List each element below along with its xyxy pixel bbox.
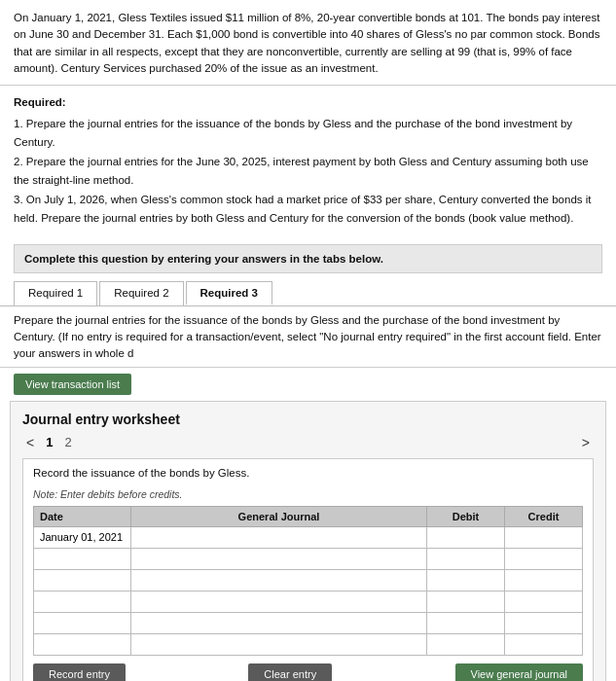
row6-gj[interactable] (131, 633, 427, 655)
table-row (34, 569, 583, 591)
tab-required-2[interactable]: Required 2 (99, 281, 183, 305)
row5-date[interactable] (34, 612, 131, 633)
clear-entry-button[interactable]: Clear entry (248, 663, 332, 681)
row4-debit-input[interactable] (433, 595, 498, 607)
row1-credit[interactable] (505, 526, 583, 548)
prev-page-arrow[interactable]: < (22, 435, 38, 450)
row3-credit[interactable] (505, 569, 583, 591)
worksheet-container: Journal entry worksheet < 1 2 > Record t… (10, 401, 606, 681)
row2-credit-input[interactable] (511, 553, 576, 564)
row3-debit-input[interactable] (433, 574, 498, 586)
row6-date-input[interactable] (40, 638, 125, 650)
row1-date[interactable] (34, 526, 131, 548)
row5-date-input[interactable] (40, 617, 125, 628)
tab-required-1[interactable]: Required 1 (14, 281, 97, 305)
col-header-gj: General Journal (131, 506, 427, 526)
tabs-row: Required 1 Required 2 Required 3 (0, 281, 616, 306)
table-row (34, 591, 583, 612)
current-page-num: 1 (42, 435, 56, 449)
row2-gj-input[interactable] (137, 553, 420, 564)
table-row (34, 548, 583, 569)
row2-debit-input[interactable] (433, 553, 498, 564)
row6-debit-input[interactable] (433, 638, 498, 650)
nav-right: > (578, 435, 594, 450)
main-container: On January 1, 2021, Gless Textiles issue… (0, 0, 616, 681)
tab-required-3[interactable]: Required 3 (186, 281, 272, 305)
tab-content-description: Prepare the journal entries for the issu… (0, 306, 616, 368)
view-general-journal-button[interactable]: View general journal (455, 663, 583, 681)
row2-date-input[interactable] (40, 553, 125, 564)
row1-date-input[interactable] (40, 531, 125, 543)
row5-gj[interactable] (131, 612, 427, 633)
required-section: Required: 1. Prepare the journal entries… (0, 86, 616, 236)
table-row (34, 526, 583, 548)
row1-debit[interactable] (427, 526, 505, 548)
journal-table: Date General Journal Debit Credit (33, 506, 583, 656)
page-num-2: 2 (60, 435, 75, 449)
row3-credit-input[interactable] (511, 574, 576, 586)
required-item-1: 1. Prepare the journal entries for the i… (14, 115, 602, 153)
row1-debit-input[interactable] (433, 531, 498, 543)
row5-debit[interactable] (427, 612, 505, 633)
row5-debit-input[interactable] (433, 617, 498, 628)
row3-gj-input[interactable] (137, 574, 420, 586)
row5-credit-input[interactable] (511, 617, 576, 628)
row6-date[interactable] (34, 633, 131, 655)
entry-card: Record the issuance of the bonds by Gles… (22, 458, 594, 681)
table-row (34, 633, 583, 655)
row2-gj[interactable] (131, 548, 427, 569)
row2-debit[interactable] (427, 548, 505, 569)
row6-credit-input[interactable] (511, 638, 576, 650)
row4-gj-input[interactable] (137, 595, 420, 607)
col-header-date: Date (34, 506, 131, 526)
row3-debit[interactable] (427, 569, 505, 591)
row4-credit-input[interactable] (511, 595, 576, 607)
row2-date[interactable] (34, 548, 131, 569)
problem-text: On January 1, 2021, Gless Textiles issue… (0, 0, 616, 86)
view-transaction-button[interactable]: View transaction list (14, 374, 131, 395)
problem-body: On January 1, 2021, Gless Textiles issue… (14, 12, 599, 74)
required-label: Required: (14, 93, 602, 113)
row1-gj[interactable] (131, 526, 427, 548)
worksheet-title: Journal entry worksheet (22, 412, 594, 427)
row4-gj[interactable] (131, 591, 427, 612)
row4-date[interactable] (34, 591, 131, 612)
row5-gj-input[interactable] (137, 617, 420, 628)
row4-credit[interactable] (505, 591, 583, 612)
row2-credit[interactable] (505, 548, 583, 569)
note-text: Note: Enter debits before credits. (33, 488, 583, 500)
nav-row: < 1 2 > (22, 435, 594, 450)
row4-date-input[interactable] (40, 595, 125, 607)
record-entry-button[interactable]: Record entry (33, 663, 126, 681)
row1-credit-input[interactable] (511, 531, 576, 543)
nav-left: < 1 2 (22, 435, 76, 450)
complete-banner-text: Complete this question by entering your … (24, 253, 383, 265)
required-item-3: 3. On July 1, 2026, when Gless's common … (14, 191, 602, 229)
col-header-credit: Credit (505, 506, 583, 526)
col-header-debit: Debit (427, 506, 505, 526)
row6-gj-input[interactable] (137, 638, 420, 650)
row3-gj[interactable] (131, 569, 427, 591)
next-page-arrow[interactable]: > (578, 435, 594, 450)
row6-debit[interactable] (427, 633, 505, 655)
row6-credit[interactable] (505, 633, 583, 655)
row3-date[interactable] (34, 569, 131, 591)
entry-description: Record the issuance of the bonds by Gles… (33, 467, 583, 479)
table-row (34, 612, 583, 633)
row3-date-input[interactable] (40, 574, 125, 586)
row5-credit[interactable] (505, 612, 583, 633)
required-item-2: 2. Prepare the journal entries for the J… (14, 153, 602, 191)
row4-debit[interactable] (427, 591, 505, 612)
complete-banner: Complete this question by entering your … (14, 244, 602, 273)
row1-gj-input[interactable] (137, 531, 420, 543)
action-buttons: Record entry Clear entry View general jo… (33, 663, 583, 681)
